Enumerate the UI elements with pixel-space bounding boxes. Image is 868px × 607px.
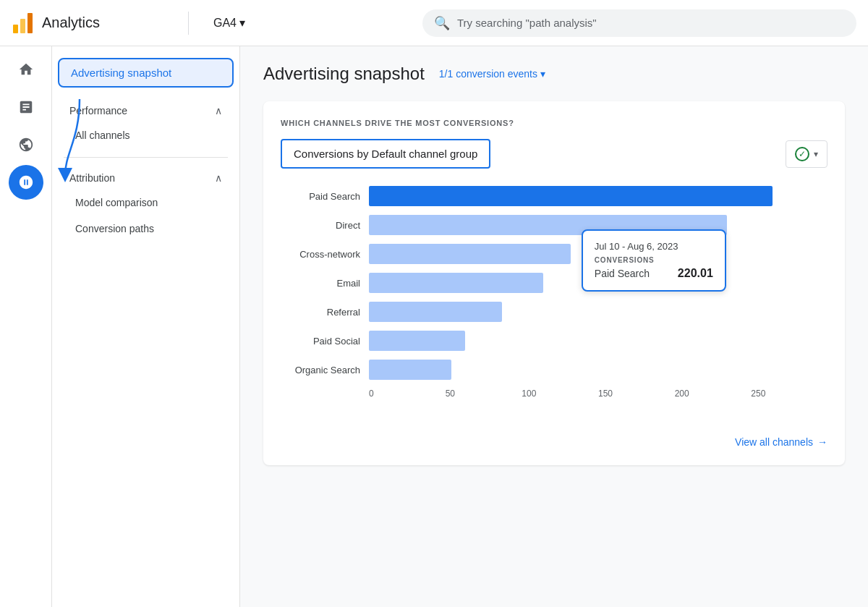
bar-fill-organic-search bbox=[369, 360, 451, 380]
reports-icon-btn[interactable] bbox=[9, 90, 43, 124]
bar-fill-cross-network bbox=[369, 244, 571, 264]
tooltip-channel: Paid Search bbox=[595, 268, 650, 279]
view-all-arrow-icon: → bbox=[817, 436, 827, 448]
bar-track-referral[interactable] bbox=[369, 302, 827, 322]
performance-collapse-icon: ∧ bbox=[215, 105, 222, 116]
home-icon-btn[interactable] bbox=[9, 52, 43, 87]
search-bar[interactable]: 🔍 Try searching "path analysis" bbox=[422, 9, 856, 37]
x-tick-200: 200 bbox=[675, 389, 752, 399]
bar-label-referral: Referral bbox=[281, 307, 360, 318]
bar-row-referral: Referral bbox=[281, 302, 827, 322]
tooltip-row: Paid Search 220.01 bbox=[595, 267, 713, 280]
tooltip-value: 220.01 bbox=[678, 267, 713, 280]
bar-label-paid-search: Paid Search bbox=[281, 191, 360, 202]
nav-active-advertising-snapshot[interactable]: Advertising snapshot bbox=[58, 58, 234, 88]
bar-row-organic-search: Organic Search bbox=[281, 360, 827, 380]
bar-row-paid-search: Paid Search bbox=[281, 186, 827, 206]
bar-fill-email bbox=[369, 273, 543, 293]
tooltip-date: Jul 10 - Aug 6, 2023 bbox=[595, 241, 713, 252]
blue-arrow-indicator bbox=[58, 95, 101, 182]
view-all-row: View all channels → bbox=[281, 436, 827, 448]
x-axis: 0 50 100 150 200 250 bbox=[281, 389, 827, 399]
bar-row-paid-social: Paid Social bbox=[281, 331, 827, 351]
property-name: GA4 bbox=[213, 17, 237, 30]
icon-sidebar bbox=[0, 46, 52, 607]
x-tick-250: 250 bbox=[751, 389, 827, 399]
bar-fill-paid-social bbox=[369, 331, 465, 351]
check-circle-icon: ✓ bbox=[795, 147, 809, 161]
bar-track-organic-search[interactable] bbox=[369, 360, 827, 380]
nav-sidebar: Advertising snapshot Performance ∧ All c… bbox=[52, 46, 240, 607]
search-icon: 🔍 bbox=[434, 15, 450, 31]
bar-label-email: Email bbox=[281, 278, 360, 289]
bar-label-organic-search: Organic Search bbox=[281, 365, 360, 375]
tooltip-label: CONVERSIONS bbox=[595, 256, 713, 264]
property-selector[interactable]: GA4 ▾ bbox=[206, 12, 252, 34]
app-title: Analytics bbox=[42, 14, 100, 31]
x-tick-100: 100 bbox=[522, 389, 598, 399]
layout: Advertising snapshot Performance ∧ All c… bbox=[0, 46, 868, 607]
bar-label-direct: Direct bbox=[281, 220, 360, 231]
x-tick-150: 150 bbox=[598, 389, 675, 399]
chart-selector-label: Conversions by Default channel group bbox=[294, 148, 477, 160]
logo-area: Analytics bbox=[12, 12, 171, 35]
check-dropdown-arrow: ▾ bbox=[814, 149, 818, 159]
chart-controls: Conversions by Default channel group ✓ ▾ bbox=[281, 139, 827, 169]
bar-chart: Paid Search Direct Cross-network bbox=[281, 186, 827, 422]
svg-rect-1 bbox=[20, 19, 25, 33]
header-divider bbox=[188, 12, 189, 35]
bar-fill-referral bbox=[369, 302, 502, 322]
chart-selector[interactable]: Conversions by Default channel group bbox=[281, 139, 490, 169]
main-content: Advertising snapshot 1/1 conversion even… bbox=[240, 46, 868, 607]
attribution-collapse-icon: ∧ bbox=[215, 172, 222, 184]
tooltip-box: Jul 10 - Aug 6, 2023 CONVERSIONS Paid Se… bbox=[582, 229, 726, 292]
view-all-label: View all channels bbox=[735, 436, 813, 448]
page-header: Advertising snapshot 1/1 conversion even… bbox=[263, 64, 845, 84]
top-header: Analytics GA4 ▾ 🔍 Try searching "path an… bbox=[0, 0, 868, 46]
view-all-channels-link[interactable]: View all channels → bbox=[735, 436, 827, 448]
chart-check-button[interactable]: ✓ ▾ bbox=[786, 140, 827, 168]
chart-section: WHICH CHANNELS DRIVE THE MOST CONVERSION… bbox=[263, 101, 845, 465]
svg-rect-2 bbox=[27, 13, 33, 33]
advertising-icon-btn[interactable] bbox=[9, 165, 43, 200]
analytics-logo-icon bbox=[12, 12, 35, 35]
nav-item-model-comparison[interactable]: Model comparison bbox=[52, 190, 239, 216]
bar-track-paid-search[interactable] bbox=[369, 186, 827, 206]
conversion-badge-text: 1/1 conversion events bbox=[439, 68, 537, 80]
svg-rect-0 bbox=[13, 25, 18, 33]
conversion-badge-arrow: ▾ bbox=[540, 68, 545, 80]
bar-label-paid-social: Paid Social bbox=[281, 336, 360, 347]
property-dropdown-icon: ▾ bbox=[239, 16, 245, 30]
bar-row-cross-network: Cross-network bbox=[281, 244, 827, 264]
nav-item-conversion-paths[interactable]: Conversion paths bbox=[52, 216, 239, 242]
bar-row-email: Email bbox=[281, 273, 827, 293]
nav-active-label: Advertising snapshot bbox=[71, 67, 171, 79]
explore-icon-btn[interactable] bbox=[9, 127, 43, 162]
chart-section-label: WHICH CHANNELS DRIVE THE MOST CONVERSION… bbox=[281, 119, 827, 127]
search-placeholder: Try searching "path analysis" bbox=[457, 17, 597, 29]
x-tick-50: 50 bbox=[446, 389, 522, 399]
bar-row-direct: Direct bbox=[281, 215, 827, 235]
bar-track-paid-social[interactable] bbox=[369, 331, 827, 351]
x-tick-0: 0 bbox=[369, 389, 446, 399]
conversion-badge[interactable]: 1/1 conversion events ▾ bbox=[433, 65, 551, 82]
bar-fill-paid-search bbox=[369, 186, 773, 206]
page-title: Advertising snapshot bbox=[263, 64, 425, 84]
bar-label-cross-network: Cross-network bbox=[281, 249, 360, 260]
